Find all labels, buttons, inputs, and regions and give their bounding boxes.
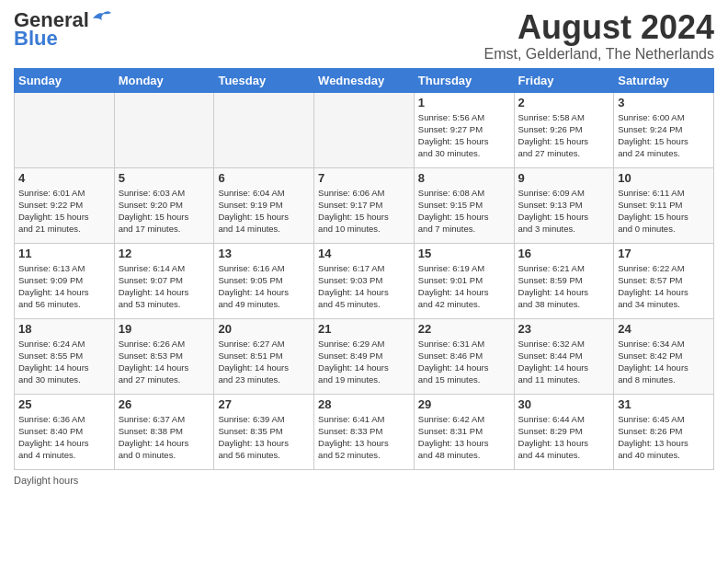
day-number: 9	[518, 171, 610, 185]
location: Emst, Gelderland, The Netherlands	[484, 46, 715, 63]
calendar-weekday-header: Friday	[514, 68, 614, 92]
calendar-weekday-header: Wednesday	[314, 68, 415, 92]
calendar-day-cell: 19Sunrise: 6:26 AM Sunset: 8:53 PM Dayli…	[114, 318, 214, 394]
calendar-day-cell: 1Sunrise: 5:56 AM Sunset: 9:27 PM Daylig…	[414, 92, 514, 167]
day-info: Sunrise: 6:00 AM Sunset: 9:24 PM Dayligh…	[618, 111, 710, 160]
day-info: Sunrise: 6:32 AM Sunset: 8:44 PM Dayligh…	[518, 338, 610, 386]
day-info: Sunrise: 6:13 AM Sunset: 9:09 PM Dayligh…	[18, 262, 110, 311]
day-number: 22	[418, 322, 510, 336]
day-info: Sunrise: 6:41 AM Sunset: 8:33 PM Dayligh…	[318, 413, 410, 462]
day-info: Sunrise: 6:21 AM Sunset: 8:59 PM Dayligh…	[518, 262, 610, 311]
calendar-weekday-header: Thursday	[414, 68, 514, 92]
day-info: Sunrise: 6:17 AM Sunset: 9:03 PM Dayligh…	[318, 262, 410, 311]
day-number: 11	[18, 247, 110, 260]
calendar-day-cell: 9Sunrise: 6:09 AM Sunset: 9:13 PM Daylig…	[514, 167, 614, 243]
calendar-day-cell: 10Sunrise: 6:11 AM Sunset: 9:11 PM Dayli…	[614, 167, 714, 243]
day-info: Sunrise: 6:03 AM Sunset: 9:20 PM Dayligh…	[119, 187, 210, 236]
day-info: Sunrise: 6:39 AM Sunset: 8:35 PM Dayligh…	[218, 413, 310, 462]
day-number: 19	[119, 322, 210, 336]
calendar-header-row: SundayMondayTuesdayWednesdayThursdayFrid…	[15, 68, 714, 92]
day-info: Sunrise: 6:45 AM Sunset: 8:26 PM Dayligh…	[618, 413, 710, 462]
day-info: Sunrise: 6:44 AM Sunset: 8:29 PM Dayligh…	[518, 413, 610, 462]
calendar-day-cell: 27Sunrise: 6:39 AM Sunset: 8:35 PM Dayli…	[214, 394, 314, 469]
logo: General Blue	[14, 9, 111, 50]
calendar-weekday-header: Monday	[114, 68, 214, 92]
calendar-day-cell: 3Sunrise: 6:00 AM Sunset: 9:24 PM Daylig…	[614, 92, 714, 167]
day-number: 31	[618, 397, 710, 411]
calendar-week-row: 4Sunrise: 6:01 AM Sunset: 9:22 PM Daylig…	[15, 167, 714, 243]
day-number: 13	[218, 247, 310, 260]
calendar-day-cell: 18Sunrise: 6:24 AM Sunset: 8:55 PM Dayli…	[15, 318, 115, 394]
calendar-day-cell: 25Sunrise: 6:36 AM Sunset: 8:40 PM Dayli…	[15, 394, 115, 469]
day-info: Sunrise: 6:09 AM Sunset: 9:13 PM Dayligh…	[518, 187, 610, 236]
day-info: Sunrise: 6:27 AM Sunset: 8:51 PM Dayligh…	[218, 338, 310, 386]
calendar-week-row: 18Sunrise: 6:24 AM Sunset: 8:55 PM Dayli…	[15, 318, 714, 394]
calendar-day-cell: 4Sunrise: 6:01 AM Sunset: 9:22 PM Daylig…	[15, 167, 115, 243]
month-year: August 2024	[484, 9, 715, 46]
day-number: 26	[119, 397, 210, 411]
day-info: Sunrise: 6:36 AM Sunset: 8:40 PM Dayligh…	[18, 413, 110, 462]
calendar-day-cell: 2Sunrise: 5:58 AM Sunset: 9:26 PM Daylig…	[514, 92, 614, 167]
day-number: 10	[618, 171, 710, 185]
calendar-week-row: 11Sunrise: 6:13 AM Sunset: 9:09 PM Dayli…	[15, 243, 714, 318]
calendar-day-cell: 15Sunrise: 6:19 AM Sunset: 9:01 PM Dayli…	[414, 243, 514, 318]
calendar-day-cell: 11Sunrise: 6:13 AM Sunset: 9:09 PM Dayli…	[15, 243, 115, 318]
day-number: 30	[518, 397, 610, 411]
day-info: Sunrise: 6:37 AM Sunset: 8:38 PM Dayligh…	[119, 413, 210, 462]
calendar-day-cell: 26Sunrise: 6:37 AM Sunset: 8:38 PM Dayli…	[114, 394, 214, 469]
calendar-day-cell: 29Sunrise: 6:42 AM Sunset: 8:31 PM Dayli…	[414, 394, 514, 469]
day-number: 28	[318, 397, 410, 411]
calendar-day-cell: 24Sunrise: 6:34 AM Sunset: 8:42 PM Dayli…	[614, 318, 714, 394]
calendar-weekday-header: Saturday	[614, 68, 714, 92]
calendar-week-row: 1Sunrise: 5:56 AM Sunset: 9:27 PM Daylig…	[15, 92, 714, 167]
day-number: 29	[418, 397, 510, 411]
day-info: Sunrise: 6:06 AM Sunset: 9:17 PM Dayligh…	[318, 187, 410, 236]
calendar-day-cell: 21Sunrise: 6:29 AM Sunset: 8:49 PM Dayli…	[314, 318, 415, 394]
calendar-day-cell	[314, 92, 415, 167]
calendar-day-cell: 13Sunrise: 6:16 AM Sunset: 9:05 PM Dayli…	[214, 243, 314, 318]
logo-bird-icon	[91, 9, 111, 26]
day-info: Sunrise: 6:42 AM Sunset: 8:31 PM Dayligh…	[418, 413, 510, 462]
calendar-day-cell	[15, 92, 115, 167]
calendar-day-cell: 16Sunrise: 6:21 AM Sunset: 8:59 PM Dayli…	[514, 243, 614, 318]
day-number: 23	[518, 322, 610, 336]
day-info: Sunrise: 6:22 AM Sunset: 8:57 PM Dayligh…	[618, 262, 710, 311]
footer-note: Daylight hours	[14, 475, 714, 486]
day-number: 2	[518, 96, 610, 109]
day-info: Sunrise: 6:19 AM Sunset: 9:01 PM Dayligh…	[418, 262, 510, 311]
day-info: Sunrise: 6:24 AM Sunset: 8:55 PM Dayligh…	[18, 338, 110, 386]
calendar-week-row: 25Sunrise: 6:36 AM Sunset: 8:40 PM Dayli…	[15, 394, 714, 469]
calendar-table: SundayMondayTuesdayWednesdayThursdayFrid…	[14, 68, 714, 470]
day-info: Sunrise: 6:01 AM Sunset: 9:22 PM Dayligh…	[18, 187, 110, 236]
day-number: 3	[618, 96, 710, 109]
day-info: Sunrise: 6:26 AM Sunset: 8:53 PM Dayligh…	[119, 338, 210, 386]
calendar-day-cell: 12Sunrise: 6:14 AM Sunset: 9:07 PM Dayli…	[114, 243, 214, 318]
calendar-day-cell: 5Sunrise: 6:03 AM Sunset: 9:20 PM Daylig…	[114, 167, 214, 243]
day-info: Sunrise: 6:34 AM Sunset: 8:42 PM Dayligh…	[618, 338, 710, 386]
day-number: 16	[518, 247, 610, 260]
day-number: 12	[119, 247, 210, 260]
calendar-day-cell: 28Sunrise: 6:41 AM Sunset: 8:33 PM Dayli…	[314, 394, 415, 469]
day-number: 4	[18, 171, 110, 185]
page: General Blue August 2024 Emst, Gelderlan…	[0, 0, 728, 563]
day-number: 17	[618, 247, 710, 260]
day-number: 7	[318, 171, 410, 185]
calendar-day-cell: 30Sunrise: 6:44 AM Sunset: 8:29 PM Dayli…	[514, 394, 614, 469]
calendar-day-cell	[214, 92, 314, 167]
day-number: 20	[218, 322, 310, 336]
calendar-weekday-header: Sunday	[15, 68, 115, 92]
day-info: Sunrise: 6:14 AM Sunset: 9:07 PM Dayligh…	[119, 262, 210, 311]
day-info: Sunrise: 6:29 AM Sunset: 8:49 PM Dayligh…	[318, 338, 410, 386]
calendar-day-cell: 31Sunrise: 6:45 AM Sunset: 8:26 PM Dayli…	[614, 394, 714, 469]
calendar-day-cell: 23Sunrise: 6:32 AM Sunset: 8:44 PM Dayli…	[514, 318, 614, 394]
header: General Blue August 2024 Emst, Gelderlan…	[14, 9, 714, 63]
title-block: August 2024 Emst, Gelderland, The Nether…	[484, 9, 715, 63]
day-info: Sunrise: 6:04 AM Sunset: 9:19 PM Dayligh…	[218, 187, 310, 236]
calendar-day-cell	[114, 92, 214, 167]
day-number: 21	[318, 322, 410, 336]
day-info: Sunrise: 5:58 AM Sunset: 9:26 PM Dayligh…	[518, 111, 610, 160]
day-number: 25	[18, 397, 110, 411]
day-number: 24	[618, 322, 710, 336]
day-number: 6	[218, 171, 310, 185]
calendar-day-cell: 14Sunrise: 6:17 AM Sunset: 9:03 PM Dayli…	[314, 243, 415, 318]
